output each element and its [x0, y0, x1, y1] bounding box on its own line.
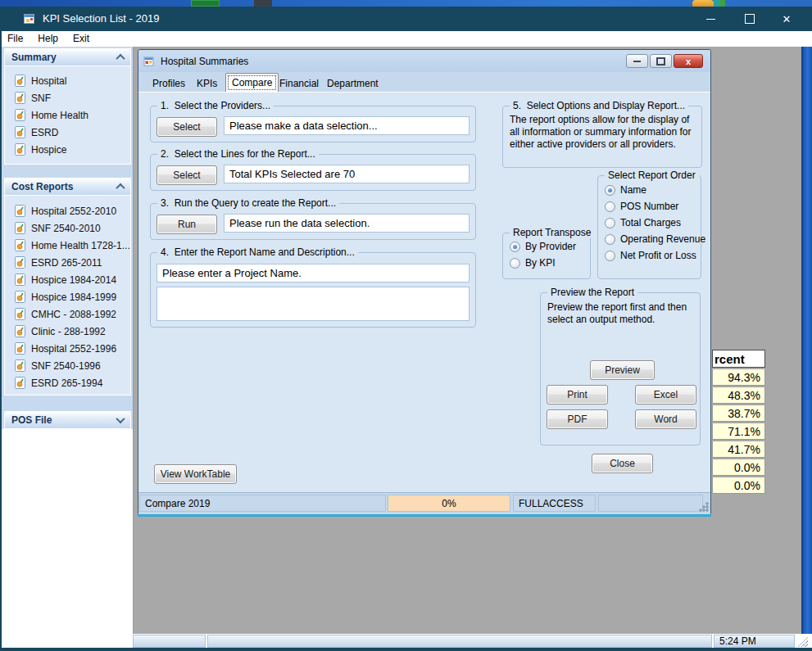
sidebar-item-snf-2540-2010[interactable]: SNF 2540-2010	[15, 219, 101, 237]
sidebar-header-summary[interactable]: Summary	[5, 49, 130, 66]
sidebar-header-pos-file[interactable]: POS File	[5, 412, 130, 429]
app-titlebar[interactable]: KPI Selection List - 2019 ✕	[0, 7, 812, 31]
child-maximize-button[interactable]	[650, 54, 672, 68]
select-providers-button[interactable]: Select	[157, 117, 217, 137]
tab-kpis[interactable]: KPIs	[191, 75, 223, 93]
resize-grip[interactable]	[698, 501, 709, 512]
sidebar-item-hospice[interactable]: Hospice	[15, 141, 66, 158]
sidebar-item-hospital[interactable]: Hospital	[15, 72, 66, 89]
table-row: 94.3%	[712, 369, 765, 386]
menu-file[interactable]: File	[0, 31, 30, 47]
status-empty-pane	[598, 495, 703, 512]
close-dialog-button[interactable]: Close	[592, 454, 653, 473]
report-description-input[interactable]	[157, 287, 470, 321]
child-statusbar: Compare 2019 0% FULLACCESS	[138, 492, 710, 514]
lines-selection-display[interactable]: Total KPIs Selected are 70	[224, 165, 470, 183]
tab-compare[interactable]: Compare	[225, 73, 279, 93]
group-options-display: 5. Select Options and Display Report... …	[502, 106, 702, 168]
sidebar-section-pos-file: POS File	[4, 411, 131, 429]
menu-help[interactable]: Help	[30, 31, 66, 47]
background-window-strip	[0, 0, 812, 7]
sidebar-item-clinic-288-1992[interactable]: Clinic - 288-1992	[15, 323, 106, 340]
sidebar-item-esrd[interactable]: ESRD	[15, 124, 58, 141]
status-context-pane: Compare 2019	[139, 495, 386, 512]
radio-label: By KPI	[525, 257, 556, 269]
query-status-display[interactable]: Please run the data selection.	[224, 214, 470, 233]
chevron-up-icon	[116, 183, 125, 192]
excel-button[interactable]: Excel	[635, 385, 696, 405]
statusbar-pane	[133, 635, 206, 648]
print-button[interactable]: Print	[547, 385, 608, 405]
radio-order-pos-number[interactable]: POS Number	[605, 201, 678, 212]
background-report-table[interactable]: rcent 94.3% 48.3% 38.7% 71.1% 41.7% 0.0%…	[712, 350, 765, 494]
radio-by-provider[interactable]: By Provider	[510, 241, 576, 252]
radio-by-kpi[interactable]: By KPI	[510, 257, 556, 269]
sidebar-item-hospital-2552-2010[interactable]: Hospital 2552-2010	[15, 202, 116, 219]
maximize-button[interactable]	[732, 7, 768, 31]
background-fragment	[720, 0, 725, 7]
child-titlebar[interactable]: Hospital Summaries x	[138, 50, 710, 72]
sidebar-item-home-health-1728[interactable]: Home Health 1728-1...	[15, 237, 130, 254]
statusbar-pane	[207, 635, 712, 648]
sidebar-item-esrd-265-2011[interactable]: ESRD 265-2011	[15, 254, 102, 271]
report-name-input[interactable]	[157, 264, 470, 283]
tab-department[interactable]: Department	[321, 75, 384, 93]
report-icon	[15, 308, 25, 320]
report-icon	[15, 342, 25, 355]
chevron-down-icon	[116, 414, 125, 423]
chevron-up-icon	[116, 54, 125, 63]
child-close-button[interactable]: x	[674, 54, 703, 68]
preview-button[interactable]: Preview	[590, 360, 655, 380]
group-label: 1. Select the Providers...	[157, 100, 274, 111]
report-icon	[15, 126, 25, 138]
sidebar-item-label: Hospital 2552-2010	[31, 206, 116, 217]
minimize-icon	[706, 19, 715, 20]
radio-order-operating-revenue[interactable]: Operating Revenue	[605, 233, 705, 245]
section-title: POS File	[11, 414, 52, 426]
sidebar-item-label: SNF	[31, 93, 51, 104]
minimize-icon	[633, 61, 641, 62]
tab-page-compare: 1. Select the Providers... Select Please…	[138, 92, 710, 493]
sidebar-item-snf-2540-1996[interactable]: SNF 2540-1996	[15, 357, 101, 374]
close-button[interactable]: ✕	[769, 7, 805, 31]
sidebar-item-hospice-1984-2014[interactable]: Hospice 1984-2014	[15, 271, 116, 288]
group-preview-report: Preview the Report Preview the report fi…	[540, 292, 701, 445]
window-frame-left	[0, 7, 2, 651]
sidebar-item-home-health[interactable]: Home Health	[15, 106, 88, 124]
select-lines-button[interactable]: Select	[157, 165, 217, 185]
status-access-pane: FULLACCESS	[513, 495, 596, 512]
menu-exit[interactable]: Exit	[66, 31, 97, 47]
sidebar-item-label: CMHC - 2088-1992	[31, 309, 116, 320]
radio-icon	[605, 218, 615, 228]
radio-icon	[605, 234, 615, 245]
providers-selection-display[interactable]: Please make a data selection...	[224, 116, 470, 135]
run-button[interactable]: Run	[157, 215, 217, 234]
screen: KPI Selection List - 2019 ✕ File Help Ex…	[0, 0, 812, 651]
radio-icon	[510, 258, 520, 269]
radio-order-name[interactable]: Name	[605, 184, 646, 196]
child-minimize-button[interactable]	[626, 54, 648, 68]
sidebar-item-cmhc-2088-1992[interactable]: CMHC - 2088-1992	[15, 305, 116, 323]
sidebar-item-label: ESRD	[31, 127, 58, 138]
tab-profiles[interactable]: Profiles	[147, 75, 191, 93]
minimize-button[interactable]	[692, 7, 728, 31]
app-title: KPI Selection List - 2019	[43, 7, 159, 31]
pdf-button[interactable]: PDF	[547, 409, 608, 429]
tab-financial[interactable]: Financial	[274, 75, 324, 93]
radio-order-net-profit[interactable]: Net Profit or Loss	[605, 250, 696, 261]
group-report-order: Select Report Order Name POS Number Tota…	[597, 175, 701, 279]
sidebar-item-hospice-1984-1999[interactable]: Hospice 1984-1999	[15, 288, 116, 305]
sidebar-item-snf[interactable]: SNF	[15, 89, 51, 106]
sidebar-section-summary: Summary Hospital SNF Home Health ESRD	[4, 48, 131, 165]
report-icon	[15, 205, 25, 217]
radio-order-total-charges[interactable]: Total Charges	[605, 217, 681, 228]
app-resize-grip[interactable]	[796, 635, 808, 647]
word-button[interactable]: Word	[635, 409, 696, 429]
table-row: 0.0%	[712, 477, 765, 494]
sidebar-header-cost-reports[interactable]: Cost Reports	[5, 179, 130, 196]
sidebar-item-hospital-2552-1996[interactable]: Hospital 2552-1996	[15, 340, 116, 357]
group-label: Preview the Report	[547, 287, 637, 298]
sidebar-item-esrd-265-1994[interactable]: ESRD 265-1994	[15, 374, 102, 391]
table-row: 0.0%	[712, 459, 765, 476]
view-worktable-button[interactable]: View WorkTable	[154, 464, 237, 484]
